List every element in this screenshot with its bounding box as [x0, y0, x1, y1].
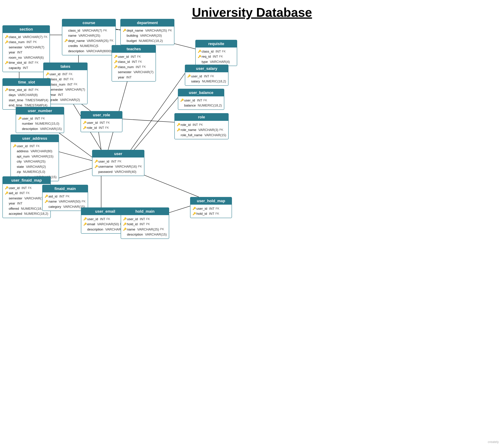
field-row-teaches-3: semester VARCHAR(7) [114, 70, 153, 75]
field-type: INT [34, 116, 40, 121]
field-row-finaid_main-2: category VARCHAR(15) [45, 204, 86, 209]
field-constraint: FK [216, 206, 219, 211]
table-time_slot: time_slot🔑time_slot_id INTPK days VARCHA… [2, 78, 51, 110]
no-key-icon [5, 66, 9, 70]
field-row-department-2: budget NUMERIC(18,2) [123, 38, 172, 43]
field-row-course-4: description VARCHAR(8000) [64, 49, 113, 54]
field-constraint: PK [35, 88, 39, 92]
field-name: room_no [9, 55, 22, 60]
field-constraint: FK [106, 120, 110, 125]
no-key-icon [13, 159, 17, 164]
field-constraint: FK [69, 72, 72, 77]
field-row-user_finaid_map-5: accepted NUMERIC(18,2) [5, 211, 48, 216]
field-type: VARCHAR(8000) [85, 49, 112, 54]
field-type: VARCHAR(2) [59, 97, 80, 102]
no-key-icon [13, 154, 17, 158]
table-header-hold_main: hold_main [121, 208, 169, 215]
fk-icon: 🔑 [5, 191, 9, 195]
table-header-role: role [175, 114, 228, 121]
fk-icon: 🔑 [18, 116, 22, 121]
table-header-takes: takes [44, 63, 87, 70]
table-user_number: user_number🔑user_id INTFK number NUMERIC… [16, 107, 64, 133]
field-row-user_address-5: zip NUMERIC(5,0) [13, 169, 56, 174]
field-name: year [9, 50, 15, 55]
no-key-icon [177, 133, 181, 137]
field-name: aid_id [49, 194, 57, 199]
field-name: class_id [202, 49, 214, 54]
field-name: credits [68, 43, 78, 48]
field-type: NUMERIC(15,0) [34, 121, 59, 126]
field-type: VARCHAR(15) [203, 133, 226, 137]
field-row-teaches-2: 🔑class_num INTFK [114, 64, 153, 70]
field-type: NUMERIC(18,2) [197, 103, 222, 108]
field-name: user_id [184, 98, 195, 103]
field-name: password [98, 169, 112, 174]
fk-icon: 🔑 [114, 65, 118, 69]
field-row-user_hold_map-1: 🔑hold_id INTFK [193, 211, 230, 216]
field-row-user_balance-0: 🔑user_id INTFK [180, 98, 222, 103]
table-body-teaches: 🔑user_id INTFK🔑class_id INTFK🔑class_num … [112, 53, 156, 81]
field-constraint: PK [33, 40, 37, 44]
field-type: VARCHAR(50) [58, 199, 81, 204]
field-name: semester [50, 87, 63, 92]
no-key-icon [180, 103, 184, 108]
table-header-finaid_main: finaid_main [43, 185, 88, 193]
field-type: NUMERIC(18,2) [20, 206, 45, 211]
table-header-department: department [121, 19, 174, 27]
field-constraint: FK [106, 217, 110, 221]
field-row-user_number-1: number NUMERIC(15,0) [18, 121, 62, 126]
field-name: budget [126, 38, 137, 43]
field-type: INT [196, 98, 202, 103]
field-constraint: PK [168, 28, 172, 33]
field-constraint: PK [199, 123, 203, 127]
field-type: VARCHAR(15) [144, 232, 167, 237]
table-header-user_address: user_address [11, 135, 59, 142]
table-course: course class_id VARCHAR(7)PK name VARCHA… [62, 19, 116, 55]
field-type: INT [63, 77, 69, 82]
field-type: VARCHAR(15) [39, 126, 62, 131]
table-user: user🔑user_id INTPK🔑username VARCHAR(16)P… [92, 150, 144, 176]
field-type: VARCHAR(25) [136, 227, 159, 232]
field-name: year [9, 201, 15, 206]
field-name: balance [184, 103, 196, 108]
table-body-requisite: 🔑class_id INTFK🔑req_id INTFK type VARCHA… [196, 47, 237, 66]
field-type: INT [27, 60, 34, 65]
table-body-user_number: 🔑user_id INTFK number NUMERIC(15,0) desc… [16, 115, 64, 133]
field-type: INT [57, 92, 63, 97]
table-header-user: user [92, 150, 144, 157]
pk-icon: 🔑 [45, 199, 49, 204]
field-type: TIMESTAMP(4) [24, 97, 48, 103]
field-name: user_id [87, 120, 98, 125]
no-key-icon [5, 206, 9, 211]
field-type: INT [16, 201, 22, 206]
no-key-icon [13, 164, 17, 169]
field-row-hold_main-3: description VARCHAR(15) [123, 232, 167, 237]
table-user_address: user_address🔑user_id INTFK address VARCH… [10, 135, 59, 181]
field-name: number [22, 121, 33, 126]
field-row-user_address-4: state VARCHAR(2) [13, 164, 56, 169]
table-user_hold_map: user_hold_map🔑user_id INTFK🔑hold_id INTF… [190, 197, 232, 218]
field-row-takes-2: 🔑class_num INTFK [46, 82, 85, 87]
svg-line-12 [131, 97, 178, 154]
field-row-user-2: password VARCHAR(40) [94, 169, 142, 174]
table-body-role: 🔑role_id INTPK🔑role_name VARCHAR(3)PK ro… [175, 121, 228, 139]
field-type: INT [16, 50, 22, 55]
field-type: VARCHAR(80) [30, 149, 53, 154]
field-name: user_id [196, 206, 207, 211]
field-row-takes-5: grade VARCHAR(2) [46, 97, 85, 102]
field-row-course-3: credits NUMERIC(5 [64, 43, 113, 48]
field-type: VARCHAR(8) [17, 92, 38, 97]
no-key-icon [5, 55, 9, 60]
field-row-course-1: name VARCHAR(25) [64, 33, 113, 38]
field-name: role_id [181, 122, 191, 127]
table-header-section: section [3, 26, 50, 33]
field-constraint: FK [215, 212, 219, 216]
pk-icon: 🔑 [123, 227, 127, 232]
field-name: role_name [181, 127, 196, 132]
field-row-user_hold_map-0: 🔑user_id INTFK [193, 206, 230, 211]
field-name: description [68, 49, 84, 54]
field-type: INT [203, 74, 209, 79]
fk-icon: 🔑 [187, 74, 191, 78]
field-name: class_num [50, 82, 65, 87]
field-constraint: PK [82, 199, 86, 204]
